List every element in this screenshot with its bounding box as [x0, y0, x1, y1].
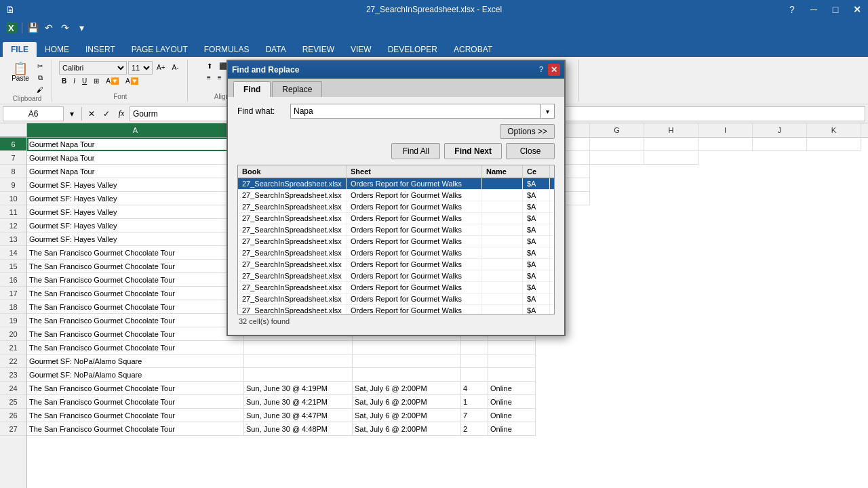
- cell-a14[interactable]: The San Francisco Gourmet Chocolate Tour: [27, 246, 244, 260]
- cell-j6[interactable]: [753, 138, 807, 151]
- row-header-25[interactable]: 25: [0, 395, 26, 409]
- cell-a6[interactable]: Gourmet Napa Tour: [27, 138, 244, 151]
- find-what-input[interactable]: [290, 104, 541, 119]
- row-header-8[interactable]: 8: [0, 165, 26, 178]
- row-header-14[interactable]: 14: [0, 246, 26, 260]
- cell-b22[interactable]: [244, 354, 353, 368]
- grow-font-button[interactable]: A+: [154, 62, 168, 73]
- cell-b24[interactable]: Sun, June 30 @ 4:19PM: [244, 382, 353, 395]
- results-row-1[interactable]: 27_SearchInSpreadsheet.xlsx Orders Repor…: [238, 178, 554, 190]
- cell-a9[interactable]: Gourmet SF: Hayes Valley: [27, 178, 244, 192]
- cell-c25[interactable]: Sat, July 6 @ 2:00PM: [353, 395, 461, 409]
- name-box-expand[interactable]: ▾: [65, 107, 79, 121]
- row-header-13[interactable]: 13: [0, 232, 26, 246]
- cell-d21[interactable]: [461, 341, 488, 354]
- cell-a25[interactable]: The San Francisco Gourmet Chocolate Tour: [27, 395, 244, 409]
- col-header-j[interactable]: J: [753, 123, 807, 137]
- cell-c23[interactable]: [353, 368, 461, 382]
- cell-b25[interactable]: Sun, June 30 @ 4:21PM: [244, 395, 353, 409]
- cell-e26[interactable]: Online: [488, 409, 536, 422]
- italic-button[interactable]: I: [71, 76, 78, 86]
- find-dropdown-button[interactable]: ▾: [541, 104, 555, 119]
- row-header-17[interactable]: 17: [0, 287, 26, 300]
- cell-d24[interactable]: 4: [461, 382, 488, 395]
- maximize-button[interactable]: □: [825, 0, 846, 19]
- fill-color-button[interactable]: A🔽: [103, 76, 121, 86]
- tab-page-layout[interactable]: PAGE LAYOUT: [123, 42, 196, 57]
- results-row-11[interactable]: 27_SearchInSpreadsheet.xlsx Orders Repor…: [238, 293, 554, 305]
- results-row-4[interactable]: 27_SearchInSpreadsheet.xlsx Orders Repor…: [238, 213, 554, 224]
- align-top-button[interactable]: ⬆: [204, 61, 215, 71]
- results-row-12[interactable]: 27_SearchInSpreadsheet.xlsx Orders Repor…: [238, 305, 554, 314]
- options-button[interactable]: Options >>: [500, 124, 555, 139]
- cell-e25[interactable]: Online: [488, 395, 536, 409]
- paste-button[interactable]: 📋 Paste: [8, 61, 33, 95]
- row-header-15[interactable]: 15: [0, 260, 26, 273]
- cell-d27[interactable]: 2: [461, 422, 488, 436]
- row-header-18[interactable]: 18: [0, 300, 26, 314]
- tab-acrobat[interactable]: ACROBAT: [446, 42, 500, 57]
- cell-a17[interactable]: The San Francisco Gourmet Chocolate Tour: [27, 287, 244, 300]
- tab-data[interactable]: DATA: [257, 42, 294, 57]
- tab-developer[interactable]: DEVELOPER: [380, 42, 446, 57]
- row-header-27[interactable]: 27: [0, 422, 26, 436]
- cell-a11[interactable]: Gourmet SF: Hayes Valley: [27, 205, 244, 219]
- cell-g6[interactable]: [590, 138, 644, 151]
- row-header-16[interactable]: 16: [0, 273, 26, 287]
- cell-k6[interactable]: [807, 138, 861, 151]
- name-box[interactable]: [3, 106, 64, 121]
- align-center-button[interactable]: ≡: [215, 73, 224, 83]
- cell-a24[interactable]: The San Francisco Gourmet Chocolate Tour: [27, 382, 244, 395]
- cell-d22[interactable]: [461, 354, 488, 368]
- col-header-g[interactable]: G: [590, 123, 644, 137]
- row-header-10[interactable]: 10: [0, 192, 26, 205]
- cell-a21[interactable]: The San Francisco Gourmet Chocolate Tour: [27, 341, 244, 354]
- cell-b21[interactable]: [244, 341, 353, 354]
- col-header-a[interactable]: A: [27, 123, 244, 137]
- row-header-11[interactable]: 11: [0, 205, 26, 219]
- dialog-close-x-button[interactable]: ✕: [548, 64, 560, 76]
- cell-e23[interactable]: [488, 368, 536, 382]
- row-header-23[interactable]: 23: [0, 368, 26, 382]
- cell-a13[interactable]: Gourmet SF: Hayes Valley: [27, 232, 244, 246]
- row-header-21[interactable]: 21: [0, 341, 26, 354]
- title-bar-controls[interactable]: ? ─ □ ✕: [781, 0, 868, 19]
- font-size-select[interactable]: 11: [128, 61, 153, 75]
- cell-a22[interactable]: Gourmet SF: NoPa/Alamo Square: [27, 354, 244, 368]
- cell-e21[interactable]: [488, 341, 536, 354]
- copy-button[interactable]: ⧉: [34, 73, 46, 83]
- save-quick-button[interactable]: 💾: [25, 20, 40, 35]
- cell-h7[interactable]: [644, 151, 698, 165]
- excel-app-icon[interactable]: X: [4, 20, 19, 35]
- minimize-button[interactable]: ─: [803, 0, 825, 19]
- cell-e27[interactable]: Online: [488, 422, 536, 436]
- cell-a8[interactable]: Gourmet Napa Tour: [27, 165, 244, 178]
- tab-home[interactable]: HOME: [37, 42, 77, 57]
- cell-d26[interactable]: 7: [461, 409, 488, 422]
- results-row-6[interactable]: 27_SearchInSpreadsheet.xlsx Orders Repor…: [238, 236, 554, 247]
- results-body[interactable]: 27_SearchInSpreadsheet.xlsx Orders Repor…: [238, 178, 554, 314]
- cell-a16[interactable]: The San Francisco Gourmet Chocolate Tour: [27, 273, 244, 287]
- cell-i6[interactable]: [698, 138, 753, 151]
- dialog-tab-find[interactable]: Find: [233, 81, 271, 97]
- cell-a27[interactable]: The San Francisco Gourmet Chocolate Tour: [27, 422, 244, 436]
- results-row-7[interactable]: 27_SearchInSpreadsheet.xlsx Orders Repor…: [238, 247, 554, 259]
- tab-file[interactable]: FILE: [3, 42, 37, 57]
- results-row-9[interactable]: 27_SearchInSpreadsheet.xlsx Orders Repor…: [238, 270, 554, 282]
- dialog-help-button[interactable]: ?: [536, 64, 547, 75]
- dialog-tab-replace[interactable]: Replace: [272, 81, 322, 97]
- cell-a12[interactable]: Gourmet SF: Hayes Valley: [27, 219, 244, 232]
- tab-formulas[interactable]: FORMULAS: [196, 42, 258, 57]
- align-left-button[interactable]: ≡: [204, 73, 214, 83]
- cut-button[interactable]: ✂: [34, 61, 46, 71]
- cell-a7[interactable]: Gourmet Napa Tour: [27, 151, 244, 165]
- row-header-26[interactable]: 26: [0, 409, 26, 422]
- cell-d25[interactable]: 1: [461, 395, 488, 409]
- cell-h6[interactable]: [644, 138, 698, 151]
- customize-quick-button[interactable]: ▾: [74, 20, 89, 35]
- font-name-select[interactable]: Calibri: [59, 61, 127, 75]
- cancel-formula-button[interactable]: ✕: [85, 107, 98, 121]
- find-all-button[interactable]: Find All: [391, 143, 440, 159]
- close-window-button[interactable]: ✕: [846, 0, 868, 19]
- results-row-5[interactable]: 27_SearchInSpreadsheet.xlsx Orders Repor…: [238, 224, 554, 236]
